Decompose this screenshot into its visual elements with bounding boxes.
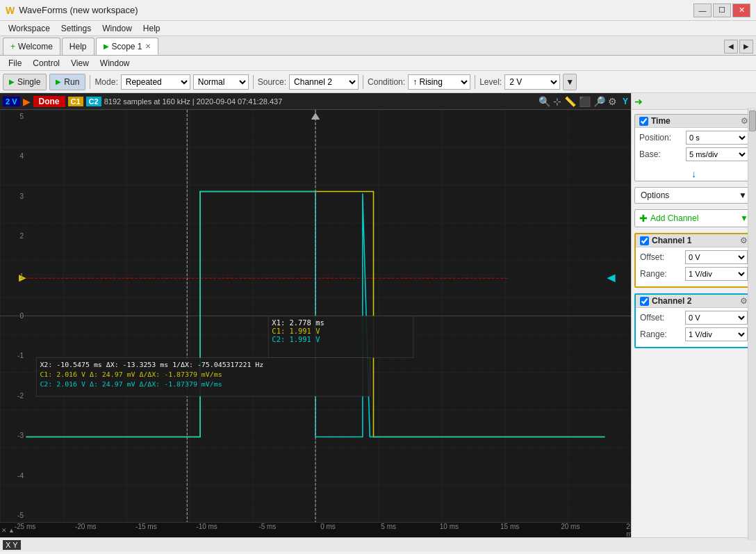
y-label-neg4: -4 bbox=[1, 472, 24, 480]
y-label-neg5: -5 bbox=[1, 512, 24, 519]
close-button[interactable]: ✕ bbox=[732, 3, 750, 17]
scrollbar[interactable] bbox=[748, 108, 756, 537]
x-label-15: 15 ms bbox=[500, 523, 519, 530]
menu-help[interactable]: Help bbox=[138, 22, 166, 35]
channel1-range-label: Range: bbox=[640, 269, 667, 279]
channel1-header: Channel 1 ⚙ bbox=[636, 234, 752, 247]
y-label-neg3: -3 bbox=[1, 432, 24, 439]
channel1-title: Channel 1 bbox=[652, 236, 691, 245]
status-badge: Done bbox=[33, 96, 65, 107]
svg-text:C1: 2.016 V    Δ: 24.97 mV    : C1: 2.016 V Δ: 24.97 mV Δ/ΔX: -1.87379 m… bbox=[40, 370, 222, 378]
channel2-title: Channel 2 bbox=[652, 296, 691, 306]
x-label-neg10: -10 ms bbox=[196, 523, 217, 530]
panel-spacer bbox=[632, 351, 756, 537]
title-controls[interactable]: — ☐ ✕ bbox=[693, 3, 750, 17]
measure-icon[interactable]: 📏 bbox=[564, 96, 576, 107]
menu-workspace[interactable]: Workspace bbox=[3, 22, 56, 35]
channel2-checkbox-row: Channel 2 bbox=[640, 296, 691, 306]
y-label-3: 3 bbox=[1, 193, 24, 200]
channel2-checkbox[interactable] bbox=[640, 297, 649, 306]
condition-select[interactable]: ↑ Rising ↓ Falling Either bbox=[408, 74, 470, 90]
x-label-neg15: -15 ms bbox=[135, 523, 157, 530]
maximize-button[interactable]: ☐ bbox=[713, 3, 731, 17]
bottom-bar: X Y bbox=[0, 537, 756, 551]
tab-help[interactable]: Help bbox=[62, 38, 94, 55]
panel-arrow-icon: ➜ bbox=[634, 96, 643, 107]
position-label: Position: bbox=[639, 133, 671, 142]
zoom-icon[interactable]: 🔎 bbox=[593, 96, 605, 107]
scope-canvas[interactable]: X1: 2.778 ms C1: 1.991 V C2: 1.991 V X2:… bbox=[0, 110, 631, 522]
channel2-range-label: Range: bbox=[640, 329, 667, 339]
run-icon: ▶ bbox=[56, 78, 61, 85]
level-label: Level: bbox=[479, 77, 502, 87]
cursor-icon[interactable]: ⊹ bbox=[553, 96, 561, 107]
position-row: Position: 0 s bbox=[639, 131, 748, 145]
tab-scroll-left[interactable]: ◀ bbox=[724, 40, 738, 54]
tab-scope-close[interactable]: ✕ bbox=[145, 42, 151, 50]
time-checkbox[interactable] bbox=[639, 117, 648, 126]
menu-view[interactable]: View bbox=[65, 57, 94, 70]
time-section: Time ⚙ Position: 0 s Base: 5 ms/div bbox=[634, 114, 753, 181]
ch1-badge: C1 bbox=[68, 97, 83, 106]
level-select[interactable]: 0.5 V 1 V 2 V 5 V bbox=[504, 74, 560, 90]
time-title: Time bbox=[651, 116, 671, 126]
search-icon[interactable]: 🔍 bbox=[539, 96, 550, 107]
run-button[interactable]: ▶ Run bbox=[49, 74, 85, 90]
scope-info: 8192 samples at 160 kHz | 2020-09-04 07:… bbox=[104, 97, 536, 106]
mode-label: Mode: bbox=[94, 77, 117, 87]
mode-select[interactable]: Single Repeated Screen bbox=[121, 74, 190, 90]
x-label-neg25: -25 ms bbox=[15, 523, 36, 530]
channel1-offset-select[interactable]: 0 V bbox=[685, 250, 748, 264]
menu-file[interactable]: File bbox=[3, 57, 27, 70]
y-icon: ▲ bbox=[8, 527, 15, 534]
options-arrow-icon: ▼ bbox=[739, 190, 747, 200]
options-button[interactable]: Options ▼ bbox=[634, 187, 753, 204]
scrollbar-thumb[interactable] bbox=[749, 111, 756, 131]
x-label-25: 25 ms bbox=[626, 523, 631, 538]
svg-rect-14 bbox=[36, 358, 370, 396]
condition-label: Condition: bbox=[368, 77, 405, 87]
add-channel-button[interactable]: ✚ Add Channel ▼ bbox=[634, 209, 753, 227]
channel2-range-select[interactable]: 1 V/div bbox=[685, 327, 748, 341]
channel1-checkbox[interactable] bbox=[640, 236, 649, 245]
base-select[interactable]: 5 ms/div bbox=[686, 147, 748, 161]
menu-window[interactable]: Window bbox=[97, 22, 138, 35]
single-button[interactable]: ▶ Single bbox=[3, 74, 47, 90]
tab-scroll-right[interactable]: ▶ bbox=[739, 40, 753, 54]
menu-settings[interactable]: Settings bbox=[56, 22, 97, 35]
channel2-gear-icon[interactable]: ⚙ bbox=[740, 296, 748, 306]
channel2-range-row: Range: 1 V/div bbox=[640, 327, 748, 341]
channel2-offset-select[interactable]: 0 V bbox=[685, 311, 748, 325]
menu-bar: Workspace Settings Window Help bbox=[0, 21, 756, 36]
tab-bar-buttons: ◀ ▶ bbox=[724, 38, 756, 55]
svg-rect-2 bbox=[0, 110, 631, 522]
scope-header: 2 V ▶ Done C1 C2 8192 samples at 160 kHz… bbox=[0, 93, 631, 110]
channel1-gear-icon[interactable]: ⚙ bbox=[740, 236, 748, 245]
x-label-0: 0 ms bbox=[320, 523, 336, 530]
normal-select[interactable]: Normal Peak Average bbox=[193, 74, 249, 90]
menu-window2[interactable]: Window bbox=[94, 57, 135, 70]
base-label: Base: bbox=[639, 149, 661, 159]
add-channel-icon: ✚ bbox=[639, 213, 648, 224]
x-label-20: 20 ms bbox=[561, 523, 580, 530]
tab-welcome-icon: + bbox=[10, 42, 15, 51]
svg-text:X2: -10.5475 ms          ΔX: -: X2: -10.5475 ms ΔX: -13.3253 ms 1/ΔX: -7… bbox=[40, 361, 263, 368]
svg-rect-10 bbox=[268, 316, 413, 358]
source-select[interactable]: Channel 1 Channel 2 bbox=[289, 74, 359, 90]
x-axis-bar: ✕ ▲ -25 ms -20 ms -15 ms -10 ms -5 ms 0 … bbox=[0, 522, 631, 537]
right-panel-header: ➜ bbox=[632, 93, 756, 110]
tab-welcome[interactable]: + Welcome bbox=[3, 38, 60, 55]
export-icon[interactable]: ⬛ bbox=[579, 96, 591, 107]
level-down-button[interactable]: ▼ bbox=[563, 74, 577, 90]
x-label-5: 5 ms bbox=[381, 523, 396, 530]
menu-control[interactable]: Control bbox=[27, 57, 65, 70]
trigger-arrow: ▶ bbox=[23, 96, 31, 107]
ch2-badge: C2 bbox=[86, 97, 101, 106]
minimize-button[interactable]: — bbox=[693, 3, 712, 17]
channel2-offset-row: Offset: 0 V bbox=[640, 311, 748, 325]
channel1-range-select[interactable]: 1 V/div bbox=[685, 267, 748, 281]
position-select[interactable]: 0 s bbox=[686, 131, 748, 145]
y-label-5: 5 bbox=[1, 113, 24, 120]
tab-scope[interactable]: ▶ Scope 1 ✕ bbox=[96, 38, 158, 55]
settings-icon[interactable]: ⚙ bbox=[608, 96, 617, 107]
